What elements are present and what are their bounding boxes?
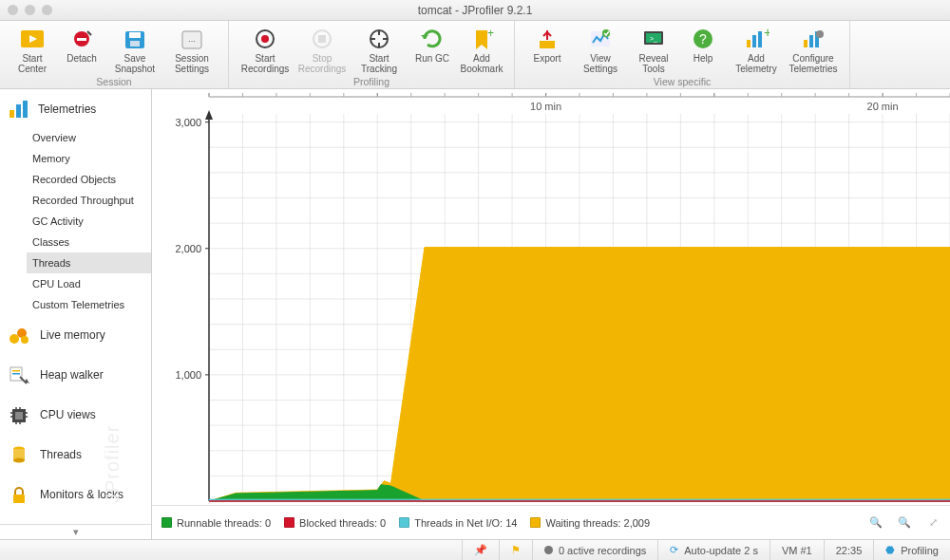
svg-text:⋯: ⋯ — [188, 37, 196, 46]
status-pin[interactable]: 📌 — [462, 540, 499, 560]
configure-telemetries-icon — [800, 27, 826, 51]
session-settings-icon: ⋯ — [179, 27, 205, 51]
svg-rect-39 — [12, 370, 20, 372]
svg-text:10 min: 10 min — [530, 101, 561, 112]
sidebar-row-monitors-locks[interactable]: Monitors & locks — [0, 475, 151, 514]
stop-recordings-button: StopRecordings — [294, 25, 351, 74]
sidebar-item-cpu-load[interactable]: CPU Load — [27, 273, 151, 294]
run-gc-button[interactable]: Run GC — [408, 25, 457, 74]
legend-netio: Threads in Net I/O: 14 — [399, 517, 517, 529]
session-settings-button[interactable]: ⋯SessionSettings — [163, 25, 220, 74]
toolbar-btn-label: StartTracking — [361, 53, 397, 74]
sidebar-head-label: Telemetries — [38, 103, 96, 116]
sidebar-row-cpu-views[interactable]: CPU views — [0, 395, 151, 435]
svg-rect-24 — [747, 40, 750, 47]
start-tracking-icon — [366, 27, 392, 51]
start-tracking-button[interactable]: StartTracking — [351, 25, 408, 74]
svg-point-10 — [261, 35, 269, 43]
svg-rect-43 — [15, 412, 23, 420]
toolbar-btn-label: StartCenter — [18, 53, 47, 74]
svg-rect-29 — [809, 35, 813, 47]
svg-rect-26 — [758, 31, 762, 47]
svg-rect-25 — [752, 35, 756, 47]
view-settings-icon — [587, 27, 614, 51]
main-area: Telemetries OverviewMemoryRecorded Objec… — [0, 89, 950, 539]
svg-point-31 — [816, 30, 824, 38]
toolbar-btn-label: ViewSettings — [583, 53, 618, 74]
legend-netio-label: Threads in Net I/O: 14 — [414, 517, 517, 529]
detach-button[interactable]: Detach — [57, 25, 106, 74]
zoom-fit-icon[interactable]: ⤢ — [925, 515, 940, 531]
sidebar-expand-toggle[interactable]: ▾ — [0, 524, 151, 539]
svg-rect-33 — [16, 104, 21, 118]
svg-rect-16 — [540, 41, 555, 48]
sidebar-item-memory[interactable]: Memory — [27, 148, 151, 169]
zoom-in-icon[interactable]: 🔍 — [868, 515, 884, 531]
help-button[interactable]: ?Help — [678, 25, 728, 74]
legend-runnable: Runnable threads: 0 — [162, 517, 271, 529]
svg-text:2,000: 2,000 — [175, 243, 201, 254]
sidebar-row-threads[interactable]: Threads — [0, 435, 151, 475]
toolbar-btn-label: ConfigureTelemetries — [788, 53, 837, 74]
save-snapshot-icon — [122, 27, 148, 51]
legend-blocked: Blocked threads: 0 — [284, 517, 386, 529]
export-button[interactable]: Export — [522, 25, 572, 74]
configure-telemetries-button[interactable]: ConfigureTelemetries — [785, 25, 842, 74]
legend-waiting-label: Waiting threads: 2,009 — [545, 517, 650, 529]
toolbar-group: StartCenterDetachSaveSnapshot⋯SessionSet… — [0, 21, 229, 88]
start-center-button[interactable]: StartCenter — [8, 25, 57, 74]
status-flag[interactable]: ⚑ — [499, 540, 532, 560]
swatch-runnable — [162, 517, 172, 528]
sidebar-item-threads[interactable]: Threads — [27, 252, 151, 273]
sidebar-row-heap-walker[interactable]: Heap walker — [0, 355, 151, 395]
cpu-views-icon — [8, 404, 30, 425]
svg-rect-40 — [12, 373, 20, 375]
reveal-tools-button[interactable]: >_RevealTools — [629, 25, 678, 74]
status-vm: VM #1 — [770, 540, 824, 560]
svg-rect-12 — [318, 35, 326, 43]
save-snapshot-button[interactable]: SaveSnapshot — [106, 25, 163, 74]
svg-text:+: + — [487, 28, 494, 40]
profiling-icon: ⬣ — [885, 544, 895, 556]
add-telemetry-icon: + — [743, 27, 770, 51]
svg-rect-28 — [804, 40, 808, 47]
zoom-out-icon[interactable]: 🔍 — [897, 515, 912, 531]
view-settings-button[interactable]: ViewSettings — [572, 25, 629, 74]
toolbar-group-label: Profiling — [229, 74, 514, 90]
toolbar-btn-label: StopRecordings — [298, 53, 347, 74]
add-telemetry-button[interactable]: +AddTelemetry — [728, 25, 785, 74]
toolbar-btn-label: SessionSettings — [175, 53, 209, 74]
sidebar-head-telemetries[interactable]: Telemetries — [0, 93, 151, 125]
sidebar-row-live-memory[interactable]: Live memory — [0, 315, 151, 355]
sidebar-item-recorded-throughput[interactable]: Recorded Throughput — [27, 190, 151, 211]
status-bar: 📌 ⚑ 0 active recordings ⟳ Auto-update 2 … — [0, 539, 950, 560]
chart-panel: 10 min20 min1,0002,0003,000 Runnable thr… — [152, 89, 950, 539]
toolbar-btn-label: Help — [694, 53, 713, 64]
sidebar-item-custom-telemetries[interactable]: Custom Telemetries — [27, 294, 151, 315]
svg-point-46 — [13, 458, 25, 463]
sidebar-row-label: CPU views — [40, 408, 96, 421]
sidebar-item-gc-activity[interactable]: GC Activity — [27, 211, 151, 232]
sidebar-item-recorded-objects[interactable]: Recorded Objects — [27, 169, 151, 190]
toolbar-btn-label: StartRecordings — [241, 53, 290, 74]
sidebar-item-classes[interactable]: Classes — [27, 232, 151, 252]
toolbar-group: ExportViewSettings>_RevealTools?Help+Add… — [515, 21, 850, 88]
legend-blocked-label: Blocked threads: 0 — [299, 517, 386, 529]
sidebar-row-label: Monitors & locks — [40, 488, 124, 501]
threads-chart[interactable]: 10 min20 min1,0002,0003,000 — [152, 89, 950, 505]
svg-text:?: ? — [699, 31, 707, 47]
svg-marker-115 — [205, 110, 213, 120]
sidebar: Telemetries OverviewMemoryRecorded Objec… — [0, 89, 152, 539]
svg-text:3,000: 3,000 — [175, 117, 201, 128]
status-autoupdate[interactable]: ⟳ Auto-update 2 s — [657, 540, 770, 560]
run-gc-icon — [419, 27, 446, 51]
toolbar-btn-label: Export — [534, 53, 561, 64]
live-memory-icon — [8, 325, 30, 345]
window-title: tomcat - JProfiler 9.2.1 — [0, 4, 950, 17]
toolbar-group-label: View specific — [515, 74, 849, 90]
start-recordings-button[interactable]: StartRecordings — [237, 25, 294, 74]
add-bookmark-button[interactable]: +AddBookmark — [457, 25, 506, 74]
svg-text:1,000: 1,000 — [175, 369, 201, 381]
sidebar-item-overview[interactable]: Overview — [27, 127, 151, 148]
status-recordings[interactable]: 0 active recordings — [532, 540, 657, 560]
